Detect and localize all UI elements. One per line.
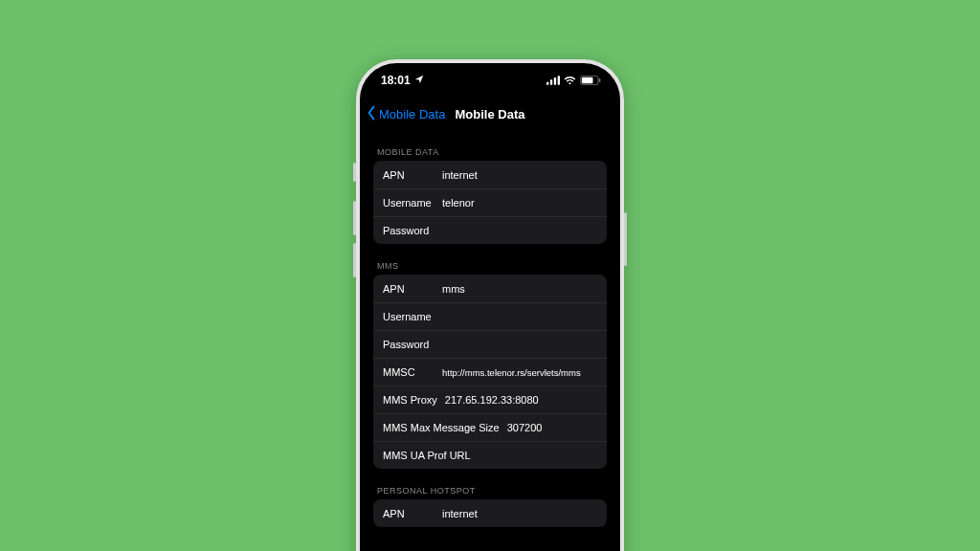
row-mms-maxsize[interactable]: MMS Max Message Size 307200 bbox=[373, 413, 607, 441]
phone-frame: 18:01 bbox=[356, 59, 624, 551]
location-arrow-icon bbox=[414, 74, 424, 87]
page-title: Mobile Data bbox=[456, 107, 525, 121]
field-value[interactable]: telenor bbox=[442, 197, 597, 209]
wifi-icon bbox=[564, 76, 576, 85]
row-mms-username[interactable]: Username bbox=[373, 302, 607, 330]
field-value[interactable]: 217.65.192.33:8080 bbox=[445, 394, 597, 406]
field-label: MMS Proxy bbox=[383, 394, 437, 406]
svg-rect-3 bbox=[558, 76, 560, 84]
field-label: APN bbox=[383, 169, 442, 181]
field-label: Password bbox=[383, 225, 442, 236]
phone-notch bbox=[428, 63, 552, 86]
chevron-left-icon bbox=[366, 105, 377, 123]
section-header-mobile-data: MOBILE DATA bbox=[373, 130, 607, 161]
group-hotspot: APN internet bbox=[373, 499, 607, 527]
row-mms-mmsc[interactable]: MMSC http://mms.telenor.rs/servlets/mms bbox=[373, 358, 607, 386]
svg-rect-6 bbox=[599, 78, 601, 82]
row-mms-uaprof[interactable]: MMS UA Prof URL bbox=[373, 441, 607, 469]
row-mobiledata-apn[interactable]: APN internet bbox=[373, 161, 607, 188]
row-hotspot-apn[interactable]: APN internet bbox=[373, 499, 607, 527]
section-header-mms: MMS bbox=[373, 244, 607, 275]
field-value[interactable]: mms bbox=[442, 283, 597, 295]
field-label: MMS UA Prof URL bbox=[383, 450, 471, 461]
row-mms-password[interactable]: Password bbox=[373, 330, 607, 358]
nav-bar: Mobile Data Mobile Data bbox=[360, 98, 620, 130]
field-value[interactable]: internet bbox=[442, 508, 597, 519]
group-mms: APN mms Username Password MMSC http://mm… bbox=[373, 275, 607, 469]
field-value[interactable]: 307200 bbox=[507, 422, 597, 433]
row-mobiledata-username[interactable]: Username telenor bbox=[373, 188, 607, 216]
svg-rect-2 bbox=[554, 77, 556, 85]
field-label: Username bbox=[383, 311, 442, 322]
field-label: MMSC bbox=[383, 366, 442, 378]
field-label: APN bbox=[383, 508, 442, 519]
field-value[interactable]: http://mms.telenor.rs/servlets/mms bbox=[442, 367, 597, 378]
back-label: Mobile Data bbox=[379, 107, 445, 121]
svg-rect-1 bbox=[550, 79, 552, 84]
row-mms-apn[interactable]: APN mms bbox=[373, 275, 607, 302]
back-button[interactable]: Mobile Data bbox=[364, 105, 445, 123]
section-header-hotspot: PERSONAL HOTSPOT bbox=[373, 469, 607, 499]
field-value[interactable]: internet bbox=[442, 169, 597, 181]
battery-icon bbox=[580, 76, 601, 85]
field-label: Username bbox=[383, 197, 442, 209]
group-mobile-data: APN internet Username telenor Password bbox=[373, 161, 607, 244]
row-mobiledata-password[interactable]: Password bbox=[373, 216, 607, 244]
field-label: Password bbox=[383, 339, 442, 350]
svg-rect-5 bbox=[582, 77, 593, 84]
field-label: APN bbox=[383, 283, 442, 295]
field-label: MMS Max Message Size bbox=[383, 422, 500, 433]
row-mms-proxy[interactable]: MMS Proxy 217.65.192.33:8080 bbox=[373, 386, 607, 413]
settings-scroll[interactable]: MOBILE DATA APN internet Username teleno… bbox=[360, 130, 620, 551]
status-time: 18:01 bbox=[381, 74, 411, 87]
